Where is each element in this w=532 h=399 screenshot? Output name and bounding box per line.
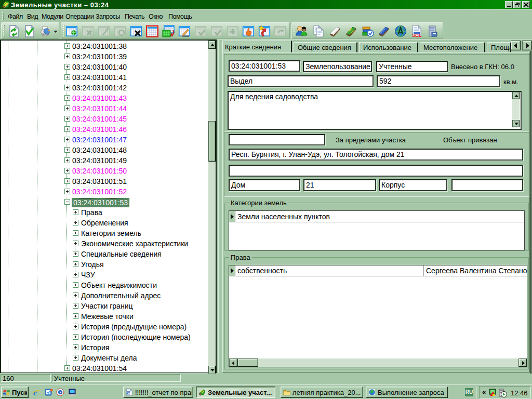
svg-text:SQL: SQL bbox=[412, 33, 422, 37]
svg-text:W: W bbox=[128, 391, 131, 395]
